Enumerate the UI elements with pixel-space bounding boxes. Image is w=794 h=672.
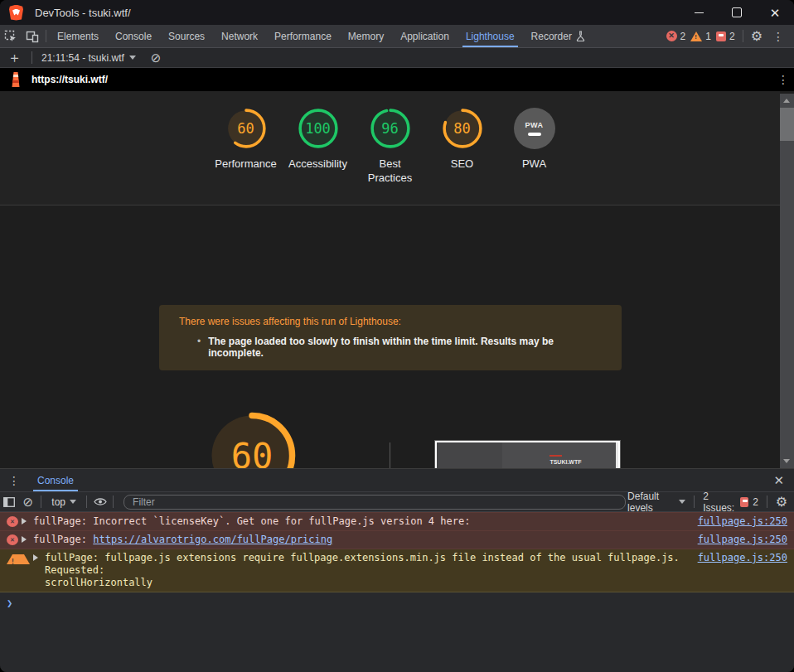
console-drawer: ⋮ Console ✕ ⊘ top: [0, 468, 794, 672]
issues-counter[interactable]: 2 Issues: 2: [703, 491, 758, 514]
inspect-cursor-icon: [4, 30, 17, 43]
drawer-close-icon[interactable]: ✕: [763, 473, 794, 488]
tab-sources[interactable]: Sources: [160, 25, 213, 47]
window-controls: ✕: [680, 0, 794, 25]
panel-tabs: Elements Console Sources Network Perform…: [49, 25, 593, 47]
console-filter[interactable]: [123, 495, 626, 510]
console-messages: ✕ fullPage: Incorrect `licenseKey`. Get …: [0, 512, 794, 614]
drawer-tab-console[interactable]: Console: [33, 469, 78, 491]
flask-icon: [576, 31, 585, 41]
minimize-icon: [695, 12, 704, 13]
maximize-icon: [732, 7, 742, 17]
score-seo[interactable]: 80 SEO: [426, 108, 498, 185]
tab-recorder[interactable]: Recorder: [523, 25, 593, 47]
expand-triangle-icon[interactable]: [22, 518, 27, 525]
divider: [767, 496, 767, 508]
context-selector[interactable]: top: [46, 496, 82, 508]
thumbnail-content: TSUKI.WTF: [437, 442, 618, 470]
divider: [113, 496, 114, 508]
log-levels-selector[interactable]: Default levels: [627, 491, 685, 514]
page-screenshot-thumbnail: TSUKI.WTF: [434, 440, 621, 470]
tab-memory[interactable]: Memory: [340, 25, 392, 47]
run-warnings-banner: There were issues affecting this run of …: [159, 305, 622, 370]
performance-gauge[interactable]: 60: [206, 409, 298, 470]
score-gauges: 60 Performance 100 Accessibility: [0, 108, 780, 185]
source-link[interactable]: fullpage.js:250: [698, 552, 787, 564]
lighthouse-icon: [10, 72, 22, 87]
error-icon: ✕: [7, 516, 18, 527]
expand-triangle-icon[interactable]: [22, 536, 27, 543]
source-link[interactable]: fullpage.js:250: [698, 515, 787, 528]
maximize-button[interactable]: [718, 0, 756, 25]
scroll-down-icon[interactable]: [783, 459, 790, 463]
tab-console[interactable]: Console: [107, 25, 160, 47]
divider: [743, 30, 743, 42]
divider: [46, 30, 46, 42]
score-accessibility[interactable]: 100 Accessibility: [282, 108, 354, 185]
lighthouse-report: 60 Performance 100 Accessibility: [0, 91, 794, 470]
score-best-practices[interactable]: 96 Best Practices: [354, 108, 426, 185]
warning-icon: [690, 31, 702, 41]
error-icon: ✕: [7, 534, 18, 545]
issues-icon: [716, 31, 726, 41]
pwa-dash-icon: [528, 133, 541, 136]
issues-badge[interactable]: 2: [716, 31, 735, 42]
settings-gear-icon[interactable]: ⚙: [751, 30, 763, 43]
lighthouse-toolbar: ＋ 21:11:54 - tsuki.wtf ⊘: [0, 48, 794, 68]
inspect-element-button[interactable]: [0, 26, 22, 47]
source-link[interactable]: fullpage.js:250: [698, 534, 787, 546]
report-url: https://tsuki.wtf/: [31, 74, 108, 85]
score-pwa[interactable]: PWA PWA: [498, 108, 570, 185]
close-button[interactable]: ✕: [756, 0, 794, 25]
more-options-icon[interactable]: ⋮: [767, 30, 789, 43]
eye-icon[interactable]: [91, 494, 109, 510]
console-settings-gear-icon[interactable]: ⚙: [776, 496, 787, 509]
prompt-chevron-icon: ❯: [7, 597, 12, 609]
score-performance[interactable]: 60 Performance: [210, 108, 282, 185]
tab-application[interactable]: Application: [392, 25, 458, 47]
console-prompt[interactable]: ❯: [0, 592, 794, 614]
warning-icon: [7, 554, 30, 564]
brave-logo-icon: [9, 5, 23, 21]
tab-network[interactable]: Network: [213, 25, 266, 47]
console-error-message[interactable]: ✕ fullPage: Incorrect `licenseKey`. Get …: [0, 512, 794, 531]
status-badges: ✕ 2 1 2 ⚙ ⋮: [666, 30, 794, 43]
expand-triangle-icon[interactable]: [33, 554, 38, 561]
report-scrollbar[interactable]: [780, 94, 794, 468]
new-report-button[interactable]: ＋: [0, 51, 29, 65]
warning-badge[interactable]: 1: [690, 31, 711, 42]
scrollbar-thumb[interactable]: [780, 108, 794, 141]
error-badge[interactable]: ✕ 2: [666, 31, 686, 42]
filter-input[interactable]: [131, 496, 618, 509]
close-icon: ✕: [770, 7, 781, 19]
banner-item: • The page loaded too slowly to finish w…: [179, 336, 602, 359]
console-error-message[interactable]: ✕ fullPage: https://alvarotrigo.com/full…: [0, 531, 794, 549]
divider: [694, 496, 695, 508]
tab-lighthouse[interactable]: Lighthouse: [458, 25, 523, 47]
chevron-down-icon: [679, 500, 685, 504]
drawer-menu-icon[interactable]: ⋮: [0, 474, 28, 487]
clear-reports-icon[interactable]: ⊘: [143, 51, 170, 64]
tab-elements[interactable]: Elements: [49, 25, 107, 47]
report-selector[interactable]: 21:11:54 - tsuki.wtf: [35, 52, 143, 64]
divider: [86, 496, 87, 508]
device-toolbar-icon: [26, 30, 39, 43]
pricing-link[interactable]: https://alvarotrigo.com/fullPage/pricing: [93, 534, 332, 545]
devtools-tabbar: Elements Console Sources Network Perform…: [0, 25, 794, 48]
console-drawer-header: ⋮ Console ✕: [0, 469, 794, 492]
console-sidebar-toggle-icon[interactable]: [0, 494, 17, 510]
console-warning-message[interactable]: fullPage: fullpage.js extensions require…: [0, 549, 794, 592]
minimize-button[interactable]: [680, 0, 718, 25]
banner-title: There were issues affecting this run of …: [179, 316, 602, 327]
report-menu-icon[interactable]: ⋮: [772, 73, 794, 86]
issues-icon: [740, 497, 748, 507]
divider: [41, 496, 41, 508]
bullet-icon: •: [197, 336, 201, 359]
tab-performance[interactable]: Performance: [266, 25, 340, 47]
clear-console-icon[interactable]: ⊘: [19, 494, 36, 510]
title-bar: DevTools - tsuki.wtf/ ✕: [0, 0, 794, 25]
divider: [31, 51, 32, 64]
device-toolbar-button[interactable]: [22, 26, 43, 47]
scroll-up-icon[interactable]: [783, 99, 790, 103]
error-icon: ✕: [666, 31, 677, 41]
